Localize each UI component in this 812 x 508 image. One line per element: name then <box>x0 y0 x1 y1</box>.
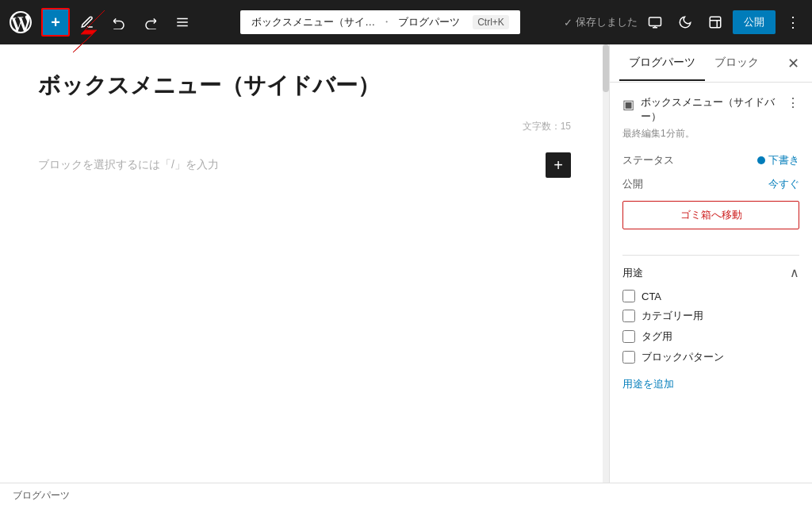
status-bar-text: ブログパーツ <box>13 489 70 502</box>
svg-rect-7 <box>710 17 721 28</box>
tab-block[interactable]: ブロック <box>705 46 768 81</box>
sidebar-tabs: ブログパーツ ブロック ✕ <box>610 44 812 83</box>
toolbar-center: ボックスメニュー（サイ… ・ ブログパーツ Ctrl+K <box>200 10 561 34</box>
checkbox-block-pattern-input[interactable] <box>622 351 635 364</box>
post-more-button[interactable]: ⋮ <box>787 95 799 110</box>
device-preview-button[interactable] <box>642 10 668 35</box>
publish-label: 公開 <box>622 177 643 191</box>
undo-button[interactable] <box>105 8 133 37</box>
breadcrumb-part2: ブログパーツ <box>398 15 460 29</box>
editor-content[interactable]: ボックスメニュー（サイドバー） 文字数：15 ブロックを選択するには「/」を入力… <box>0 44 609 483</box>
status-value[interactable]: 下書き <box>757 153 799 167</box>
word-count: 文字数：15 <box>38 120 571 133</box>
status-dot <box>757 156 765 164</box>
status-label: ステータス <box>622 153 674 167</box>
right-sidebar: ブログパーツ ブロック ✕ ▣ ボックスメニュー（サイドバー） ⋮ 最終編集1分… <box>609 44 812 483</box>
status-row: ステータス 下書き <box>622 153 799 167</box>
svg-rect-4 <box>649 17 661 26</box>
checkbox-tag-label: タグ用 <box>642 329 672 344</box>
saved-status: ✓ 保存しました <box>564 15 638 29</box>
breadcrumb[interactable]: ボックスメニュー（サイ… ・ ブログパーツ Ctrl+K <box>240 10 520 34</box>
shortcut-badge: Ctrl+K <box>473 15 509 29</box>
main-toolbar: + ボックスメニュー（サイ… ・ ブログパーツ Ctrl+K <box>0 0 812 44</box>
checkbox-category-input[interactable] <box>622 310 635 322</box>
checkbox-block-pattern: ブロックパターン <box>622 350 799 364</box>
post-info-title: ボックスメニュー（サイドバー） <box>641 95 780 124</box>
publish-value[interactable]: 今すぐ <box>768 177 799 191</box>
checkbox-block-pattern-label: ブロックパターン <box>642 350 724 364</box>
toolbar-right: ✓ 保存しました 公開 ⋮ <box>564 10 806 35</box>
checkbox-cta: CTA <box>622 290 799 302</box>
checkbox-tag-input[interactable] <box>622 330 635 343</box>
checkbox-cta-label: CTA <box>642 291 661 302</box>
add-block-button[interactable]: + <box>41 8 70 37</box>
add-category-link[interactable]: 用途を追加 <box>622 377 674 391</box>
breadcrumb-separator: ・ <box>381 15 392 29</box>
moon-button[interactable] <box>672 10 698 35</box>
youto-toggle-button[interactable]: ∧ <box>790 265 799 280</box>
main-area: ボックスメニュー（サイドバー） 文字数：15 ブロックを選択するには「/」を入力… <box>0 44 812 483</box>
document-icon: ▣ <box>622 97 634 112</box>
checkbox-cta-input[interactable] <box>622 290 635 302</box>
inline-add-block-button[interactable]: + <box>546 152 571 178</box>
breadcrumb-part1: ボックスメニュー（サイ… <box>251 15 375 29</box>
publish-row: 公開 今すぐ <box>622 177 799 191</box>
tab-blog-parts[interactable]: ブログパーツ <box>619 46 705 81</box>
block-placeholder[interactable]: ブロックを選択するには「/」を入力 + <box>38 146 571 184</box>
editor-area: ボックスメニュー（サイドバー） 文字数：15 ブロックを選択するには「/」を入力… <box>0 44 609 483</box>
post-info-row: ▣ ボックスメニュー（サイドバー） ⋮ <box>622 95 799 124</box>
more-options-button[interactable]: ⋮ <box>780 10 806 35</box>
wp-logo[interactable] <box>6 8 35 37</box>
post-title[interactable]: ボックスメニュー（サイドバー） <box>38 70 571 101</box>
checkbox-category-label: カテゴリー用 <box>642 309 703 323</box>
sidebar-divider <box>622 255 799 256</box>
redo-button[interactable] <box>136 8 165 37</box>
layout-button[interactable] <box>703 10 728 35</box>
youto-title: 用途 <box>622 266 643 280</box>
status-bar: ブログパーツ <box>0 483 812 508</box>
sidebar-content: ▣ ボックスメニュー（サイドバー） ⋮ 最終編集1分前。 ステータス 下書き 公… <box>610 83 812 483</box>
edit-mode-button[interactable] <box>73 8 102 37</box>
editor-scrollbar-thumb <box>603 44 609 92</box>
list-view-button[interactable] <box>168 8 197 37</box>
youto-section-header: 用途 ∧ <box>622 265 799 280</box>
last-edited-text: 最終編集1分前。 <box>622 127 799 140</box>
checkbox-tag: タグ用 <box>622 329 799 344</box>
trash-button[interactable]: ゴミ箱へ移動 <box>622 201 799 229</box>
publish-button[interactable]: 公開 <box>733 10 776 34</box>
editor-scrollbar[interactable] <box>603 44 609 483</box>
sidebar-close-button[interactable]: ✕ <box>784 52 802 75</box>
checkbox-category: カテゴリー用 <box>622 309 799 323</box>
